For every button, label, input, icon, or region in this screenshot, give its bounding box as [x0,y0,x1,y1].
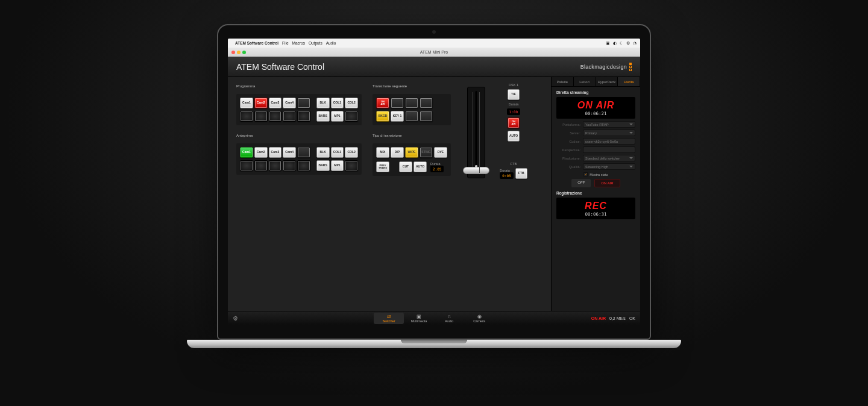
brand-logo-icon [629,63,632,71]
pgm-slot[interactable] [269,111,282,122]
next-onair[interactable]: ON AIR [376,98,389,108]
pvw-cam2[interactable]: Cam2 [254,147,268,158]
field-codice[interactable]: uszm-vk3u-uyr6-5w0a [583,138,635,145]
pvw-slot[interactable] [240,160,253,171]
trans-auto[interactable]: AUTO [414,161,427,172]
pvw-slot[interactable] [269,160,282,171]
footer-tab-audio[interactable]: ⎍ Audio [434,313,464,324]
pgm-slot[interactable] [283,111,296,122]
footer-tab-camera[interactable]: ◉ Camera [464,313,494,324]
pvw-slot[interactable] [297,160,310,171]
brand: Blackmagicdesign [580,63,632,71]
status-ok: OK [629,316,635,320]
trans-cut[interactable]: CUT [399,161,412,172]
pvw-bars[interactable]: BARS [316,160,330,171]
tab-hyperdeck[interactable]: HyperDeck [596,77,618,86]
pgm-cam4[interactable]: Cam4 [283,98,296,108]
pgm-slot[interactable] [254,111,268,122]
status-icon[interactable]: ▣ [606,41,610,46]
label-program: Programma [236,84,362,88]
pvw-cam4[interactable]: Cam4 [283,147,296,158]
menu-outputs[interactable]: Outputs [309,41,322,45]
dsk-auto[interactable]: AUTO [508,131,520,142]
pvw-slot[interactable] [254,160,268,171]
pgm-col1[interactable]: COL1 [331,98,344,108]
next-slot[interactable] [391,98,404,108]
stream-off-button[interactable]: OFF [571,179,591,187]
trans-wipe[interactable]: WIPE [405,147,418,158]
ftb-button[interactable]: FTB [515,168,527,179]
pgm-cam2[interactable]: Cam2 [254,98,268,108]
footer-tab-multimedia[interactable]: ▣ Multimedia [404,313,434,324]
tab-uscita[interactable]: Uscita [618,77,640,86]
chevron-down-icon [629,157,633,159]
field-risoluzione[interactable]: Standard dello switcher [583,155,635,161]
streaming-title: Diretta streaming [556,90,635,95]
stream-onair-button[interactable]: ON AIR [594,179,620,187]
next-slot[interactable] [405,98,418,108]
tab-lettori[interactable]: Lettori [574,77,596,86]
pgm-cam1[interactable]: Cam1 [240,98,253,108]
menu-audio[interactable]: Audio [326,41,336,45]
field-qualita[interactable]: Streaming High [583,163,635,170]
next-key1[interactable]: KEY 1 [391,111,404,122]
pgm-slot[interactable] [297,111,310,122]
next-slot[interactable] [405,111,418,122]
brand-text: Blackmagicdesign [580,64,627,70]
show-state-label: Mostra stato [590,173,608,176]
pgm-slot[interactable] [345,111,358,122]
label-dsk: DSK 1 [509,83,518,87]
trans-mix[interactable]: MIX [376,147,389,158]
pvw-slot[interactable] [283,160,296,171]
macos-menubar: ATEM Software Control File Macros Output… [228,39,640,48]
pgm-col2[interactable]: COL2 [345,98,358,108]
pvw-col2[interactable]: COL2 [345,147,358,158]
status-icon[interactable]: ◔ [633,41,637,46]
pgm-bars[interactable]: BARS [316,111,330,122]
status-icon[interactable]: ⚙ [626,41,630,46]
lbl-piattaforma: Piattaforma: [556,123,580,126]
label-next-trans: Transizione seguente [373,84,451,88]
pvw-cam1[interactable]: Cam1 [240,147,253,158]
pgm-empty[interactable] [297,98,310,108]
menubar-app-name[interactable]: ATEM Software Control [235,41,278,45]
next-bkgd[interactable]: BKGD [376,111,389,122]
checkbox-show-state[interactable]: ✓ [583,172,588,176]
trans-duration-label: Durata [430,162,444,166]
pvw-col1[interactable]: COL1 [331,147,344,158]
laptop-mockup: ATEM Software Control File Macros Output… [217,24,651,348]
pvw-blk[interactable]: BLK [316,147,330,158]
tab-palette[interactable]: Palette [552,77,574,86]
status-onair: ON AIR [591,316,606,320]
pgm-cam3[interactable]: Cam3 [269,98,282,108]
field-server[interactable]: Primary [583,130,635,136]
status-icon[interactable]: ◐ [613,41,617,46]
trans-dve[interactable]: DVE [434,147,447,158]
ftb-durata-label: Durata [500,169,513,172]
dsk-tie[interactable]: TIE [508,89,520,100]
t-bar-handle[interactable] [463,167,489,174]
field-piattaforma[interactable]: YouTube RTMP [583,121,635,128]
dsk-onair[interactable]: ON AIR [508,117,520,128]
pvw-cam3[interactable]: Cam3 [269,147,282,158]
prev-trans[interactable]: PREV TRANS [376,161,389,172]
app-title: ATEM Software Control [236,62,324,72]
pgm-mp1[interactable]: MP1 [331,111,344,122]
pgm-blk[interactable]: BLK [316,98,330,108]
t-bar[interactable] [467,87,485,178]
menu-file[interactable]: File [282,41,288,45]
status-icon[interactable]: ☾ [620,41,623,46]
pvw-empty[interactable] [297,147,310,158]
gear-icon[interactable]: ⚙ [233,315,238,322]
trans-sting[interactable]: STING [420,147,433,158]
field-perspective[interactable] [583,146,635,153]
next-slot[interactable] [420,111,433,122]
pvw-mp1[interactable]: MP1 [331,160,344,171]
trans-dip[interactable]: DIP [391,147,404,158]
next-slot[interactable] [420,98,433,108]
pgm-slot[interactable] [240,111,253,122]
footer-tab-switcher[interactable]: ⇄ Switcher [374,313,404,324]
lbl-perspective: Perspective: [556,148,580,152]
menu-macros[interactable]: Macros [292,41,305,45]
pvw-slot[interactable] [345,160,358,171]
